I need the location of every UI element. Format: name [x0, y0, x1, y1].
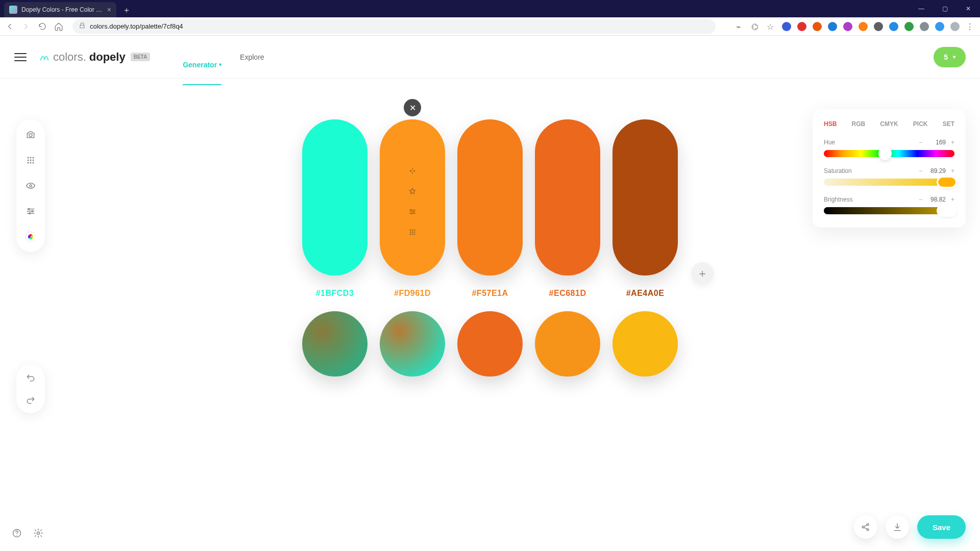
favicon-icon [9, 6, 17, 14]
hex-4[interactable]: #AE4A0E [612, 289, 678, 298]
tab-set[interactable]: SET [943, 120, 954, 128]
brightness-minus-button[interactable]: − [919, 196, 922, 203]
credits-value: 5 [944, 53, 948, 61]
tab-rgb[interactable]: RGB [852, 120, 866, 128]
brightness-thumb[interactable] [938, 206, 955, 215]
browser-tabstrip: Dopely Colors - Free Color Pal × ＋ — ▢ ✕ [0, 0, 980, 17]
hue-label: Hue [824, 139, 835, 146]
tab-hsb[interactable]: HSB [824, 120, 837, 128]
hex-2[interactable]: #F57E1A [457, 289, 523, 298]
ext-icon-2[interactable] [797, 22, 806, 31]
remove-swatch-button[interactable]: ✕ [404, 99, 421, 116]
sliders-tool[interactable] [24, 205, 37, 217]
reload-button[interactable] [38, 22, 47, 31]
shades-icon[interactable] [408, 228, 417, 237]
brightness-slider[interactable] [824, 207, 954, 214]
ext-icon-8[interactable] [889, 22, 898, 31]
browser-menu-icon[interactable]: ⋮ [966, 22, 975, 31]
drag-icon[interactable] [408, 166, 417, 176]
translate-icon[interactable]: ⌬ [751, 22, 761, 31]
ext-icon-6[interactable] [859, 22, 868, 31]
star-icon[interactable] [408, 187, 417, 196]
svg-point-8 [30, 162, 31, 163]
grid-tool[interactable] [24, 154, 37, 166]
tab-close-icon[interactable]: × [107, 6, 111, 14]
swatch-0[interactable] [302, 119, 368, 276]
forward-button[interactable] [21, 22, 31, 31]
hex-3[interactable]: #EC681D [535, 289, 600, 298]
swatch-1[interactable]: ✕ [380, 119, 445, 276]
ext-icon-9[interactable] [904, 22, 914, 31]
blend-0[interactable] [302, 311, 368, 377]
ext-icon-4[interactable] [828, 22, 837, 31]
hue-minus-button[interactable]: − [919, 139, 922, 146]
hue-thumb[interactable] [879, 148, 891, 159]
browser-toolbar: colors.dopely.top/palette/7cf8q4 ⌁ ⌬ ☆ ⋮ [0, 17, 980, 36]
swatch-2[interactable] [457, 119, 523, 276]
back-button[interactable] [5, 22, 14, 31]
saturation-minus-button[interactable]: − [919, 167, 922, 174]
share-button[interactable] [854, 515, 877, 539]
address-bar[interactable]: colors.dopely.top/palette/7cf8q4 [72, 19, 716, 34]
settings-button[interactable] [33, 528, 44, 539]
svg-point-19 [414, 230, 414, 230]
saturation-slider[interactable] [824, 179, 954, 186]
menu-button[interactable] [14, 51, 27, 63]
nav-explore[interactable]: Explore [240, 53, 264, 61]
saturation-plus-button[interactable]: + [951, 167, 954, 174]
svg-point-22 [414, 232, 414, 232]
home-button[interactable] [54, 22, 63, 31]
ext-icon-10[interactable] [920, 22, 929, 31]
star-icon[interactable]: ☆ [767, 22, 776, 31]
url-text: colors.dopely.top/palette/7cf8q4 [90, 22, 183, 30]
ext-icon-7[interactable] [874, 22, 883, 31]
new-tab-button[interactable]: ＋ [119, 3, 134, 17]
logo[interactable]: colors.dopely BETA [39, 51, 150, 64]
brightness-plus-button[interactable]: + [951, 196, 954, 203]
ext-icon-3[interactable] [813, 22, 822, 31]
credits-button[interactable]: 5 ▾ [934, 47, 966, 67]
color-wheel-tool[interactable] [24, 231, 37, 243]
profile-avatar-icon[interactable] [950, 22, 960, 31]
undo-button[interactable] [24, 394, 37, 406]
main-canvas: ＋ ✕ #1BFCD3 #FD961D #F57E1A #EC681D #AE4… [0, 79, 980, 551]
svg-point-9 [33, 162, 34, 163]
lock-icon [79, 22, 86, 31]
swatch-4[interactable] [612, 119, 678, 276]
hue-slider[interactable] [824, 150, 954, 157]
window-maximize-button[interactable]: ▢ [933, 0, 957, 17]
download-button[interactable] [886, 515, 909, 539]
browser-tab[interactable]: Dopely Colors - Free Color Pal × [4, 2, 116, 17]
beta-badge: BETA [131, 53, 150, 61]
eye-tool[interactable] [24, 180, 37, 192]
add-swatch-button[interactable]: ＋ [691, 262, 714, 285]
svg-point-23 [410, 234, 410, 234]
ext-icon-11[interactable] [935, 22, 944, 31]
hue-plus-button[interactable]: + [951, 139, 954, 146]
tab-pick[interactable]: PICK [913, 120, 928, 128]
hex-0[interactable]: #1BFCD3 [302, 289, 368, 298]
adjust-icon[interactable] [408, 207, 417, 216]
blend-3[interactable] [535, 311, 600, 377]
brightness-label: Brightness [824, 196, 853, 203]
blend-4[interactable] [612, 311, 678, 377]
blend-1[interactable] [380, 311, 445, 377]
saturation-label: Saturation [824, 167, 852, 174]
camera-tool[interactable] [24, 129, 37, 141]
swatch-3[interactable] [535, 119, 600, 276]
redo-button[interactable] [24, 371, 37, 384]
app-header: colors.dopely BETA Generator ▾ Explore 5… [0, 36, 980, 79]
window-minimize-button[interactable]: — [910, 0, 933, 17]
key-icon[interactable]: ⌁ [736, 22, 745, 31]
blend-2[interactable] [457, 311, 523, 377]
saturation-thumb[interactable] [938, 178, 955, 187]
tab-cmyk[interactable]: CMYK [880, 120, 898, 128]
ext-icon-1[interactable] [782, 22, 791, 31]
save-button[interactable]: Save [917, 515, 966, 539]
svg-point-5 [30, 160, 31, 161]
window-close-button[interactable]: ✕ [957, 0, 980, 17]
help-button[interactable] [11, 528, 22, 539]
nav-explore-label: Explore [240, 53, 264, 61]
hex-1[interactable]: #FD961D [380, 289, 445, 298]
ext-icon-5[interactable] [843, 22, 852, 31]
